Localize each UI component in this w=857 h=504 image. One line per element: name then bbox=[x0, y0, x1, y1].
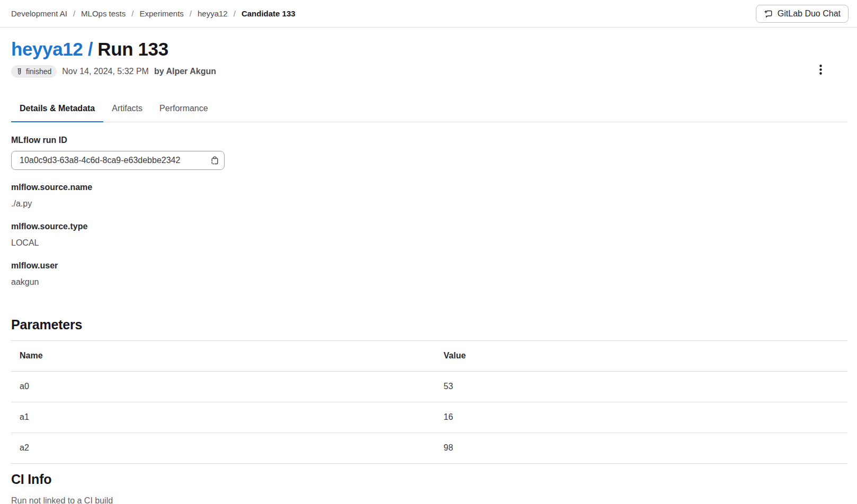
field-label: mlflow.source.type bbox=[11, 221, 847, 232]
tab-performance[interactable]: Performance bbox=[151, 98, 217, 122]
breadcrumb-item-development-ai[interactable]: Development AI bbox=[11, 9, 67, 18]
parameters-section: Parameters Name Value a0 53 a1 16 a2 bbox=[11, 316, 847, 464]
metadata-field: mlflow.source.name ./a.py bbox=[11, 182, 847, 209]
parameters-table: Name Value a0 53 a1 16 a2 98 bbox=[11, 340, 847, 464]
metadata-field: mlflow.user aakgun bbox=[11, 260, 847, 287]
param-value: 53 bbox=[435, 372, 847, 402]
ci-info-heading: CI Info bbox=[11, 471, 847, 488]
kebab-icon bbox=[817, 65, 825, 75]
breadcrumb-separator: / bbox=[73, 9, 75, 18]
param-value: 98 bbox=[435, 433, 847, 464]
column-header-value: Value bbox=[435, 341, 847, 372]
copy-to-clipboard-icon bbox=[210, 156, 219, 165]
tab-details-metadata[interactable]: Details & Metadata bbox=[11, 98, 103, 122]
candidate-detail-page: heyya12 / Run 133 finished Nov 14, 2024,… bbox=[0, 38, 857, 504]
column-header-name: Name bbox=[11, 341, 435, 372]
tab-artifacts[interactable]: Artifacts bbox=[103, 98, 151, 122]
param-value: 16 bbox=[435, 402, 847, 433]
table-row: a2 98 bbox=[11, 433, 847, 464]
breadcrumb: Development AI / MLOps tests / Experimen… bbox=[11, 9, 296, 18]
param-name: a0 bbox=[11, 372, 435, 402]
breadcrumb-separator: / bbox=[131, 9, 133, 18]
table-row: a1 16 bbox=[11, 402, 847, 433]
details-metadata-section: MLflow run ID mlflow.source.name ./a.py … bbox=[11, 135, 847, 287]
top-bar: Development AI / MLOps tests / Experimen… bbox=[0, 0, 857, 28]
mlflow-run-id-label: MLflow run ID bbox=[11, 135, 847, 146]
breadcrumb-separator: / bbox=[234, 9, 236, 18]
status-badge: finished bbox=[11, 65, 57, 78]
breadcrumb-item-heyya12[interactable]: heyya12 bbox=[198, 9, 228, 18]
breadcrumb-item-experiments[interactable]: Experiments bbox=[139, 9, 183, 18]
param-name: a2 bbox=[11, 433, 435, 464]
page-title: heyya12 / Run 133 bbox=[11, 38, 847, 60]
experiment-link[interactable]: heyya12 / bbox=[11, 39, 93, 59]
mlflow-run-id-field bbox=[11, 151, 225, 170]
more-actions-kebab-button[interactable] bbox=[811, 60, 829, 78]
parameters-heading: Parameters bbox=[11, 316, 847, 333]
field-value: aakgun bbox=[11, 277, 847, 287]
copy-run-id-button[interactable] bbox=[207, 153, 222, 168]
ci-info-message: Run not linked to a CI build bbox=[11, 496, 847, 504]
field-value: ./a.py bbox=[11, 199, 847, 209]
mlflow-run-id-input[interactable] bbox=[11, 151, 225, 170]
param-name: a1 bbox=[11, 402, 435, 433]
test-tube-icon bbox=[15, 68, 23, 76]
field-value: LOCAL bbox=[11, 238, 847, 248]
run-title-text: Run 133 bbox=[97, 39, 168, 59]
table-header-row: Name Value bbox=[11, 341, 847, 372]
duo-chat-icon bbox=[764, 9, 773, 18]
field-label: mlflow.source.name bbox=[11, 182, 847, 193]
table-row: a0 53 bbox=[11, 372, 847, 402]
duo-chat-label: GitLab Duo Chat bbox=[778, 9, 841, 19]
breadcrumb-item-mlops-tests[interactable]: MLOps tests bbox=[81, 9, 126, 18]
run-meta-row: finished Nov 14, 2024, 5:32 PM by Alper … bbox=[11, 65, 847, 78]
ci-info-section: CI Info Run not linked to a CI build bbox=[11, 471, 847, 504]
run-timestamp: Nov 14, 2024, 5:32 PM bbox=[62, 67, 149, 76]
status-badge-label: finished bbox=[26, 67, 51, 76]
breadcrumb-separator: / bbox=[190, 9, 192, 18]
gitlab-duo-chat-button[interactable]: GitLab Duo Chat bbox=[756, 5, 849, 23]
run-tabs: Details & Metadata Artifacts Performance bbox=[11, 98, 847, 122]
breadcrumb-current-candidate: Candidate 133 bbox=[242, 9, 296, 18]
metadata-field: mlflow.source.type LOCAL bbox=[11, 221, 847, 248]
field-label: mlflow.user bbox=[11, 260, 847, 271]
run-author: by Alper Akgun bbox=[154, 67, 216, 76]
